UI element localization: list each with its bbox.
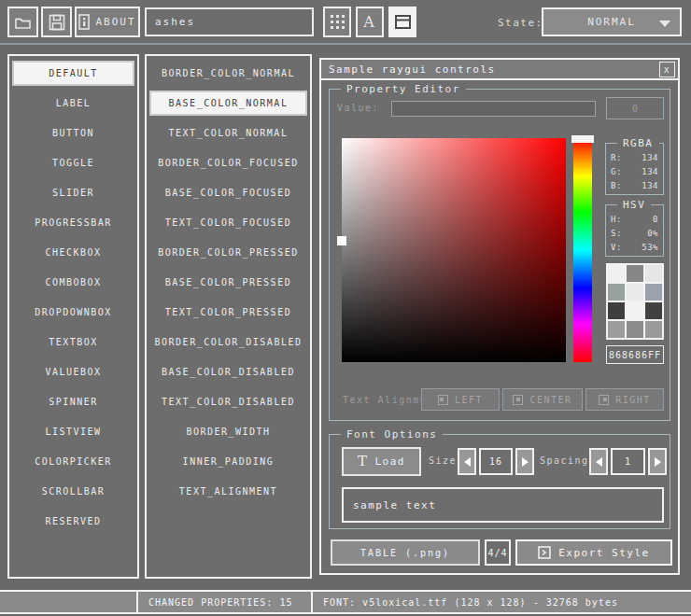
property-item[interactable]: TEXT_ALIGNMENT xyxy=(149,479,307,504)
property-item[interactable]: BORDER_COLOR_FOCUSED xyxy=(149,150,307,175)
color-swatch[interactable] xyxy=(627,284,643,301)
arrow-left-icon xyxy=(596,457,602,467)
control-item-colorpicker[interactable]: COLORPICKER xyxy=(12,449,134,474)
color-swatch[interactable] xyxy=(627,265,643,282)
font-atlas-view-button[interactable]: A xyxy=(356,7,384,37)
style-table-view-button[interactable] xyxy=(323,7,351,37)
control-item-slider[interactable]: SLIDER xyxy=(12,180,134,205)
font-options-group: Font Options T Load Size: 16 Spacing: 1 … xyxy=(329,434,670,529)
s-label: S: xyxy=(611,227,622,241)
controls-list-panel: DEFAULT LABEL BUTTON TOGGLE SLIDER PROGR… xyxy=(7,54,139,579)
color-swatch[interactable] xyxy=(608,302,625,319)
v-label: V: xyxy=(611,241,622,255)
hsv-row-v: V: 53% xyxy=(611,241,658,255)
size-decrement-button[interactable] xyxy=(458,448,476,475)
chevron-down-icon xyxy=(659,21,670,27)
property-item[interactable]: TEXT_COLOR_DISABLED xyxy=(149,389,307,414)
property-item[interactable]: BORDER_WIDTH xyxy=(149,419,307,444)
property-editor-group-label: Property Editor xyxy=(341,82,466,96)
style-name-input[interactable]: ashes xyxy=(145,7,314,36)
spacing-decrement-button[interactable] xyxy=(589,448,608,475)
color-swatch[interactable] xyxy=(627,302,643,319)
state-dropdown[interactable]: NORMAL xyxy=(542,7,682,36)
size-increment-button[interactable] xyxy=(515,448,534,475)
property-item[interactable]: INNER_PADDING xyxy=(149,449,307,474)
save-style-button[interactable] xyxy=(41,7,72,37)
window-titlebar[interactable]: Sample raygui controls x xyxy=(321,60,678,80)
color-swatch[interactable] xyxy=(608,265,625,282)
align-right-button[interactable]: RIGHT xyxy=(585,388,664,411)
align-right-icon xyxy=(599,395,609,405)
color-swatch[interactable] xyxy=(645,321,662,338)
property-item[interactable]: TEXT_COLOR_FOCUSED xyxy=(149,210,307,235)
font-t-icon: T xyxy=(358,455,369,469)
color-swatch[interactable] xyxy=(608,284,625,301)
open-style-button[interactable] xyxy=(7,7,38,37)
control-item-listview[interactable]: LISTVIEW xyxy=(12,419,134,444)
export-format-label: TABLE (.png) xyxy=(360,548,450,558)
control-item-reserved[interactable]: RESERVED xyxy=(12,509,134,534)
property-item[interactable]: BASE_COLOR_DISABLED xyxy=(149,359,307,385)
control-item-combobox[interactable]: COMBOBOX xyxy=(12,270,134,295)
color-swatch[interactable] xyxy=(627,321,643,338)
status-font-info: FONT: v5loxical.ttf (128 x 128) - 32768 … xyxy=(313,592,691,612)
g-label: G: xyxy=(611,165,622,179)
control-item-label[interactable]: LABEL xyxy=(12,91,134,116)
size-value-box[interactable]: 16 xyxy=(479,448,513,475)
control-item-scrollbar[interactable]: SCROLLBAR xyxy=(12,479,134,504)
font-load-button[interactable]: T Load xyxy=(342,447,421,476)
control-item-toggle[interactable]: TOGGLE xyxy=(12,150,134,175)
spacing-increment-button[interactable] xyxy=(648,448,667,475)
color-swatch[interactable] xyxy=(645,265,662,282)
v-value: 53% xyxy=(642,241,658,255)
window-title: Sample raygui controls xyxy=(329,63,496,76)
rgba-row-r: R: 134 xyxy=(611,151,658,165)
status-changed-properties: CHANGED PROPERTIES: 15 xyxy=(138,592,313,612)
property-item[interactable]: BORDER_COLOR_PRESSED xyxy=(149,240,307,265)
control-item-valuebox[interactable]: VALUEBOX xyxy=(12,359,134,385)
color-picker-panel[interactable] xyxy=(342,138,566,362)
align-right-label: RIGHT xyxy=(615,395,651,405)
align-left-button[interactable]: LEFT xyxy=(421,388,500,411)
export-format-button[interactable]: TABLE (.png) xyxy=(331,539,480,566)
controls-view-button[interactable] xyxy=(388,7,416,37)
sample-controls-window: Sample raygui controls x Property Editor… xyxy=(319,58,680,575)
property-item-selected[interactable]: BASE_COLOR_NORMAL xyxy=(149,91,307,116)
control-item-dropdownbox[interactable]: DROPDOWNBOX xyxy=(12,300,134,325)
rgba-row-g: G: 134 xyxy=(611,165,658,179)
state-dropdown-value: NORMAL xyxy=(587,16,636,28)
property-item[interactable]: TEXT_COLOR_NORMAL xyxy=(149,120,307,146)
close-button[interactable]: x xyxy=(659,62,675,77)
property-item[interactable]: BORDER_COLOR_DISABLED xyxy=(149,329,307,355)
color-swatch[interactable] xyxy=(645,302,662,319)
control-item-textbox[interactable]: TEXTBOX xyxy=(12,329,134,355)
state-label: State: xyxy=(498,0,543,45)
about-button[interactable]: ABOUT xyxy=(75,7,140,37)
hsv-row-s: S: 0% xyxy=(611,227,658,241)
value-box[interactable]: 0 xyxy=(606,97,664,119)
control-item-checkbox[interactable]: CHECKBOX xyxy=(12,240,134,265)
hue-handle[interactable] xyxy=(571,135,594,143)
color-picker-marker[interactable] xyxy=(337,236,346,245)
style-name-value: ashes xyxy=(155,16,195,28)
value-slider[interactable] xyxy=(391,101,596,117)
align-center-button[interactable]: CENTER xyxy=(502,388,583,411)
property-item[interactable]: TEXT_COLOR_PRESSED xyxy=(149,300,307,325)
property-item[interactable]: BORDER_COLOR_NORMAL xyxy=(149,61,307,86)
hue-bar[interactable] xyxy=(573,138,592,362)
arrow-right-icon xyxy=(655,457,661,467)
color-swatch[interactable] xyxy=(608,321,625,338)
control-item-progressbar[interactable]: PROGRESSBAR xyxy=(12,210,134,235)
color-swatch[interactable] xyxy=(645,284,662,301)
control-item-spinner[interactable]: SPINNER xyxy=(12,389,134,414)
export-style-button[interactable]: Export Style xyxy=(515,539,672,566)
export-format-pager[interactable]: 4/4 xyxy=(485,539,511,566)
b-label: B: xyxy=(611,179,622,193)
spacing-value-box[interactable]: 1 xyxy=(611,448,645,475)
control-item-default[interactable]: DEFAULT xyxy=(12,61,134,86)
control-item-button[interactable]: BUTTON xyxy=(12,120,134,146)
property-item[interactable]: BASE_COLOR_PRESSED xyxy=(149,270,307,295)
sample-text-input[interactable]: sample text xyxy=(342,487,664,523)
property-item[interactable]: BASE_COLOR_FOCUSED xyxy=(149,180,307,205)
hex-color-input[interactable]: 868686FF xyxy=(606,345,664,364)
